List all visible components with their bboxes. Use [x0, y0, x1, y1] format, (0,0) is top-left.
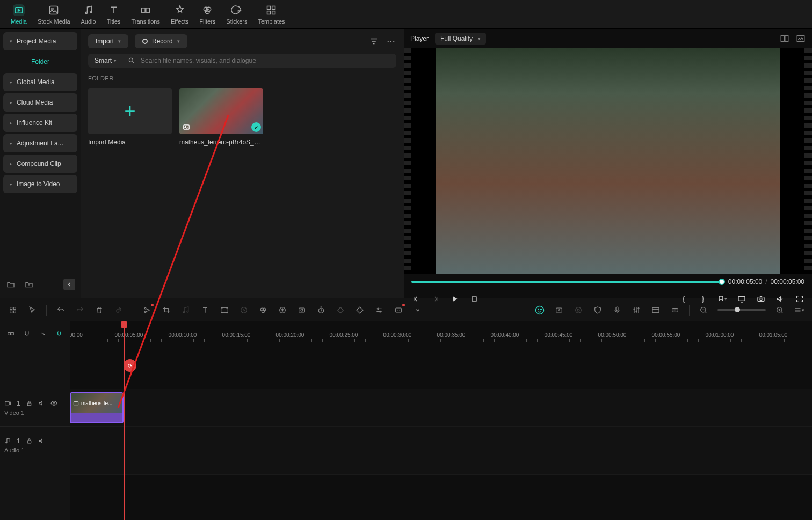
tab-templates[interactable]: Templates	[258, 4, 285, 25]
link-button[interactable]	[113, 305, 124, 316]
tab-filters[interactable]: Filters	[199, 4, 215, 25]
collapse-sidebar-button[interactable]	[63, 279, 75, 290]
auto-ripple-icon[interactable]	[5, 328, 16, 339]
track-content[interactable]: :00:0000:00:05:0000:00:10:0000:00:15:000…	[70, 321, 812, 520]
zoom-slider[interactable]	[717, 309, 766, 311]
crop-button[interactable]	[161, 305, 172, 316]
mute-icon[interactable]	[38, 400, 45, 407]
select-tool-icon[interactable]	[8, 305, 18, 316]
player-progress-bar[interactable]	[411, 281, 722, 283]
svg-point-32	[144, 311, 146, 313]
playhead[interactable]	[124, 321, 125, 520]
svg-rect-72	[27, 441, 31, 443]
zoom-out-button[interactable]	[698, 305, 709, 316]
new-folder-icon[interactable]	[5, 279, 16, 290]
folder-plus-icon[interactable]	[24, 279, 34, 290]
tab-stickers[interactable]: Stickers	[226, 4, 247, 25]
display-settings-icon[interactable]	[737, 294, 746, 304]
audio-track[interactable]	[70, 427, 812, 475]
duration-button[interactable]	[316, 305, 327, 316]
tag-button[interactable]	[354, 305, 365, 316]
sidebar-image-to-video[interactable]: ▸Image to Video	[3, 175, 77, 193]
text-button[interactable]	[200, 305, 211, 316]
magnetic-icon[interactable]	[54, 328, 64, 339]
progress-knob-icon[interactable]	[719, 279, 725, 285]
render-button[interactable]	[670, 305, 680, 316]
smart-search-dropdown[interactable]: Smart▾	[95, 57, 122, 64]
shield-button[interactable]	[592, 305, 603, 316]
audio-edit-button[interactable]	[180, 305, 191, 316]
sidebar-folder[interactable]: Folder	[3, 53, 77, 71]
motion-button[interactable]	[573, 305, 584, 316]
redo-button[interactable]	[75, 305, 85, 316]
record-vo-button[interactable]	[554, 305, 564, 316]
more-icon[interactable]	[386, 36, 396, 47]
speed-button[interactable]	[238, 305, 249, 316]
play-button[interactable]	[450, 294, 460, 304]
sidebar-compound-clip[interactable]: ▸Compound Clip	[3, 155, 77, 173]
snap-icon[interactable]	[21, 328, 32, 339]
adjust-button[interactable]	[374, 305, 385, 316]
color-button[interactable]	[258, 305, 269, 316]
ai-enhance-button[interactable]	[277, 305, 288, 316]
video-track-header[interactable]: 1 Video 1	[0, 389, 70, 427]
sidebar-cloud-media[interactable]: ▸Cloud Media	[3, 93, 77, 112]
filter-icon[interactable]	[368, 36, 379, 47]
zoom-knob[interactable]	[735, 307, 740, 312]
lock-icon[interactable]	[26, 400, 33, 407]
tab-effects[interactable]: Effects	[171, 4, 189, 25]
keyframe-button[interactable]	[335, 305, 346, 316]
mute-icon[interactable]	[38, 437, 45, 444]
import-button[interactable]: Import▾	[88, 34, 128, 48]
track-view-button[interactable]: ▾	[794, 305, 804, 316]
lock-icon[interactable]	[26, 437, 33, 444]
cursor-tool-icon[interactable]	[27, 305, 38, 316]
sidebar-influence-kit[interactable]: ▸Influence Kit	[3, 114, 77, 132]
sidebar-global-media[interactable]: ▸Global Media	[3, 73, 77, 91]
search-input[interactable]	[141, 57, 390, 64]
undo-button[interactable]	[55, 305, 66, 316]
fullscreen-button[interactable]	[795, 294, 804, 304]
scopes-icon[interactable]	[796, 34, 806, 43]
zoom-in-button[interactable]	[774, 305, 785, 316]
transform-button[interactable]	[219, 305, 230, 316]
video-track[interactable]: matheus-fe...	[70, 389, 812, 427]
sidebar-project-media[interactable]: ▾Project Media	[3, 32, 77, 50]
snapshot-button[interactable]	[756, 294, 766, 304]
ai-assistant-button[interactable]	[534, 305, 545, 316]
preview-viewport[interactable]	[404, 48, 812, 274]
tab-stock-media[interactable]: Stock Media	[38, 4, 70, 25]
more-tools-button[interactable]	[412, 305, 423, 316]
visibility-icon[interactable]	[50, 400, 57, 407]
mark-in-button[interactable]: {	[679, 294, 688, 304]
import-media-tile[interactable]: + Import Media	[88, 88, 172, 146]
media-item[interactable]: ✓ matheus_ferrero-pBr4oS_a2...	[179, 88, 263, 146]
caption-button[interactable]	[393, 305, 404, 316]
tab-transitions[interactable]: Transitions	[132, 4, 160, 25]
mask-button[interactable]	[296, 305, 307, 316]
time-ruler[interactable]: :00:0000:00:05:0000:00:10:0000:00:15:000…	[70, 321, 812, 346]
mic-button[interactable]	[612, 305, 622, 316]
prev-frame-button[interactable]	[411, 294, 421, 304]
marker-dropdown[interactable]: ▾	[717, 294, 727, 304]
next-frame-button[interactable]	[431, 294, 440, 304]
media-thumbnail: ✓	[179, 88, 263, 134]
tab-titles[interactable]: Titles	[107, 4, 121, 25]
mark-out-button[interactable]: }	[698, 294, 708, 304]
sidebar-adjustment-layer[interactable]: ▸Adjustment La...	[3, 134, 77, 152]
stop-button[interactable]	[469, 294, 479, 304]
compare-view-icon[interactable]	[780, 34, 789, 43]
layout-button[interactable]	[650, 305, 661, 316]
split-button[interactable]	[142, 305, 153, 316]
link-tracks-icon[interactable]	[38, 328, 48, 339]
volume-button[interactable]	[775, 294, 785, 304]
mixer-button[interactable]	[631, 305, 642, 316]
playhead-knob-icon[interactable]: ⟳	[124, 359, 136, 372]
tab-audio[interactable]: Audio	[81, 4, 96, 25]
audio-track-header[interactable]: 1 Audio 1	[0, 427, 70, 464]
record-button[interactable]: Record▾	[135, 34, 187, 48]
timeline-clip[interactable]: matheus-fe...	[70, 392, 124, 423]
tab-media[interactable]: Media	[11, 4, 27, 25]
delete-button[interactable]	[94, 305, 105, 316]
quality-dropdown[interactable]: Full Quality▾	[435, 33, 486, 45]
